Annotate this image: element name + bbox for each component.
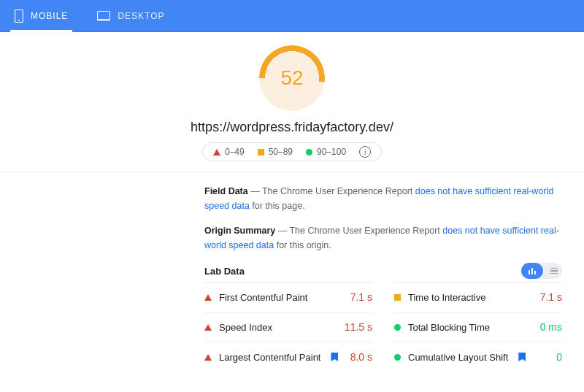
- toggle-list-icon: [550, 268, 558, 274]
- desktop-icon: [97, 11, 110, 21]
- score-gauge: 52: [259, 45, 325, 111]
- score-legend: 0–49 50–89 90–100 i: [202, 142, 382, 161]
- metric-value: 0 ms: [540, 321, 562, 333]
- metric-value: 7.1 s: [540, 291, 562, 303]
- lab-data-title: Lab Data: [204, 266, 245, 277]
- info-icon[interactable]: i: [359, 146, 371, 158]
- metric-tti: Time to Interactive 7.1 s: [394, 282, 562, 312]
- score-section: 52 https://wordpress.fridayfactory.dev/ …: [0, 32, 584, 172]
- metric-value: 11.5 s: [345, 321, 372, 333]
- metric-value: 8.0 s: [350, 351, 372, 363]
- legend-average: 50–89: [258, 147, 293, 157]
- flag-icon: [331, 353, 338, 361]
- score-value: 52: [280, 66, 303, 90]
- origin-summary-label: Origin Summary: [204, 226, 275, 236]
- metric-label: Time to Interactive: [408, 292, 485, 303]
- metric-cls: Cumulative Layout Shift 0: [394, 342, 562, 372]
- tested-url: https://wordpress.fridayfactory.dev/: [191, 120, 393, 135]
- circle-icon: [306, 149, 312, 155]
- origin-summary-text: Origin Summary — The Chrome User Experie…: [204, 223, 562, 253]
- tab-desktop-label: DESKTOP: [118, 11, 164, 21]
- legend-good: 90–100: [306, 147, 346, 157]
- metric-label: Speed Index: [219, 322, 272, 333]
- metric-si: Speed Index 11.5 s: [204, 312, 372, 342]
- results-content: Field Data — The Chrome User Experience …: [0, 172, 584, 372]
- metric-label: Largest Contentful Paint: [219, 352, 320, 363]
- view-toggle[interactable]: [521, 263, 562, 279]
- triangle-icon: [213, 149, 220, 155]
- circle-icon: [394, 354, 401, 361]
- metric-tbt: Total Blocking Time 0 ms: [394, 312, 562, 342]
- square-icon: [258, 149, 264, 155]
- circle-icon: [394, 324, 401, 331]
- triangle-icon: [204, 354, 212, 361]
- svg-rect-2: [98, 11, 110, 19]
- field-data-label: Field Data: [204, 186, 248, 196]
- triangle-icon: [204, 294, 212, 301]
- svg-point-1: [18, 20, 20, 21]
- metric-value: 0: [556, 351, 562, 363]
- legend-poor: 0–49: [213, 147, 245, 157]
- metric-label: First Contentful Paint: [219, 292, 307, 303]
- metric-value: 7.1 s: [350, 291, 372, 303]
- mobile-icon: [15, 9, 23, 23]
- flag-icon: [518, 353, 526, 361]
- toggle-knob-chart-icon: [521, 263, 543, 279]
- tab-mobile[interactable]: MOBILE: [0, 0, 82, 32]
- metric-fcp: First Contentful Paint 7.1 s: [204, 282, 372, 312]
- device-tabs: MOBILE DESKTOP: [0, 0, 584, 32]
- square-icon: [394, 294, 401, 301]
- metric-label: Cumulative Layout Shift: [408, 352, 508, 363]
- metric-label: Total Blocking Time: [408, 322, 490, 333]
- metrics-grid: First Contentful Paint 7.1 s Time to Int…: [204, 282, 562, 372]
- field-data-text: Field Data — The Chrome User Experience …: [204, 184, 562, 213]
- svg-rect-3: [97, 20, 110, 21]
- tab-mobile-label: MOBILE: [31, 11, 68, 21]
- metric-lcp: Largest Contentful Paint 8.0 s: [204, 342, 372, 372]
- lab-data-header: Lab Data: [204, 263, 562, 279]
- tab-desktop[interactable]: DESKTOP: [82, 0, 179, 32]
- triangle-icon: [204, 324, 212, 331]
